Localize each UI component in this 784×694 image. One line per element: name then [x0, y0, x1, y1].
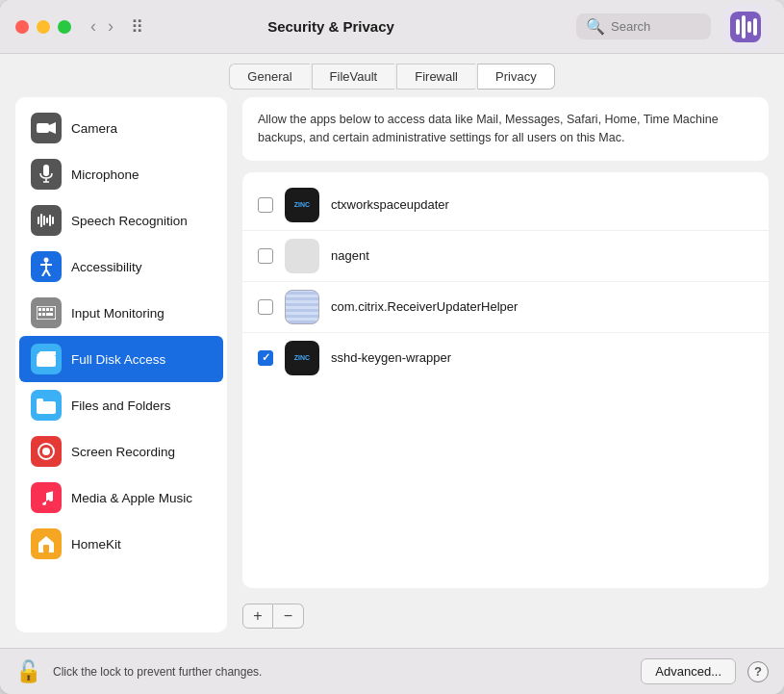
apps-box: ZINC ctxworkspaceupdater nagent com.citr… [242, 172, 769, 589]
traffic-lights [15, 20, 71, 34]
titlebar: ‹ › ⠿ Security & Privacy 🔍 [0, 0, 784, 54]
sidebar-item-music[interactable]: Media & Apple Music [19, 475, 223, 521]
homekit-icon [31, 528, 62, 559]
music-icon [31, 482, 62, 513]
app-checkbox-nagent[interactable] [258, 248, 273, 264]
sidebar-item-accessibility[interactable]: Accessibility [19, 244, 223, 290]
svg-marker-6 [49, 122, 56, 134]
svg-rect-4 [753, 18, 757, 36]
sidebar-item-input[interactable]: Input Monitoring [19, 290, 223, 336]
sidebar-label-speech: Speech Recognition [71, 214, 188, 228]
svg-rect-10 [38, 217, 39, 224]
app-row: ZINC sshd-keygen-wrapper [242, 333, 769, 383]
sidebar-label-camera: Camera [71, 121, 117, 136]
sidebar-item-camera[interactable]: Camera [19, 105, 223, 151]
svg-rect-7 [43, 165, 49, 176]
svg-point-16 [44, 258, 49, 263]
svg-line-19 [42, 270, 46, 276]
lock-icon[interactable]: 🔓 [15, 659, 41, 684]
description-text: Allow the apps below to access data like… [258, 113, 719, 144]
sidebar-item-microphone[interactable]: Microphone [19, 151, 223, 197]
description-box: Allow the apps below to access data like… [242, 97, 769, 161]
sidebar-label-music: Media & Apple Music [71, 491, 192, 505]
sidebar-label-input: Input Monitoring [71, 306, 164, 321]
svg-rect-3 [747, 21, 751, 33]
svg-rect-15 [52, 217, 54, 224]
search-input[interactable] [611, 19, 701, 34]
app-logo-ctx: ZINC [285, 188, 319, 222]
app-row: ZINC ctxworkspaceupdater [242, 180, 769, 231]
speech-icon [31, 205, 62, 236]
sidebar-label-screen: Screen Recording [71, 445, 175, 459]
camera-icon [31, 113, 62, 143]
svg-rect-26 [38, 313, 41, 316]
app-name-sshd: sshd-keygen-wrapper [331, 350, 451, 365]
accessibility-icon [31, 251, 62, 282]
sidebar-item-screen[interactable]: Screen Recording [19, 428, 223, 475]
tab-privacy[interactable]: Privacy [477, 64, 555, 90]
remove-button[interactable]: − [273, 604, 304, 629]
maximize-button[interactable] [58, 20, 71, 34]
sidebar-item-homekit[interactable]: HomeKit [19, 521, 223, 567]
svg-rect-29 [37, 355, 56, 367]
sidebar-label-homekit: HomeKit [71, 537, 121, 552]
sidebar-label-microphone: Microphone [71, 167, 139, 182]
input-monitoring-icon [31, 297, 62, 328]
advanced-button[interactable]: Advanced... [641, 658, 736, 684]
main-window: ‹ › ⠿ Security & Privacy 🔍 General FileV… [0, 0, 784, 694]
footer: 🔓 Click the lock to prevent further chan… [0, 648, 784, 694]
sidebar-item-files[interactable]: Files and Folders [19, 382, 223, 428]
sidebar-label-fulldisk: Full Disk Access [71, 352, 165, 367]
svg-rect-27 [42, 313, 45, 316]
svg-rect-23 [42, 308, 45, 311]
app-row: com.citrix.ReceiverUpdaterHelper [242, 282, 769, 333]
tab-general[interactable]: General [229, 64, 309, 90]
svg-marker-30 [37, 351, 56, 355]
actions-bar: + − [242, 600, 769, 632]
svg-rect-24 [46, 308, 49, 311]
help-button[interactable]: ? [747, 661, 769, 682]
app-checkbox-citrix[interactable] [258, 299, 273, 315]
add-button[interactable]: + [242, 604, 273, 629]
sidebar-label-files: Files and Folders [71, 398, 171, 413]
app-logo-sshd: ZINC [285, 341, 319, 375]
app-checkbox-ctx[interactable] [258, 197, 273, 213]
svg-rect-5 [37, 123, 49, 133]
svg-rect-2 [742, 15, 746, 39]
app-name-citrix: com.citrix.ReceiverUpdaterHelper [331, 299, 518, 314]
tab-firewall[interactable]: Firewall [396, 64, 475, 90]
tabs-bar: General FileVault Firewall Privacy [0, 54, 784, 97]
app-checkbox-sshd[interactable] [258, 350, 273, 366]
files-icon [31, 390, 62, 421]
svg-rect-1 [736, 19, 740, 35]
svg-point-35 [42, 448, 50, 455]
app-logo-nagent [285, 239, 319, 273]
sidebar-item-speech[interactable]: Speech Recognition [19, 197, 223, 244]
svg-rect-38 [43, 545, 49, 553]
sidebar-item-fulldisk[interactable]: Full Disk Access [19, 336, 223, 382]
search-bar[interactable]: 🔍 [576, 13, 711, 39]
search-icon: 🔍 [586, 17, 605, 36]
microphone-icon [31, 159, 62, 190]
app-name-nagent: nagent [331, 248, 369, 263]
svg-rect-13 [46, 218, 48, 223]
app-name-ctx: ctxworkspaceupdater [331, 197, 449, 212]
fulldisk-icon [31, 344, 62, 374]
window-title: Security & Privacy [97, 18, 565, 35]
svg-rect-12 [43, 216, 45, 225]
sidebar: Camera Microphone [15, 97, 227, 632]
screen-recording-icon [31, 436, 62, 467]
svg-rect-11 [40, 214, 42, 227]
main-content: Camera Microphone [0, 97, 784, 648]
footer-lock-text: Click the lock to prevent further change… [53, 665, 629, 679]
minimize-button[interactable] [37, 20, 50, 34]
svg-line-20 [46, 270, 50, 276]
svg-rect-33 [37, 398, 43, 403]
close-button[interactable] [15, 20, 29, 34]
svg-rect-28 [46, 313, 53, 316]
app-row: nagent [242, 231, 769, 282]
right-panel: Allow the apps below to access data like… [242, 97, 769, 632]
svg-rect-14 [49, 215, 51, 226]
svg-rect-22 [38, 308, 41, 311]
tab-filevault[interactable]: FileVault [312, 64, 395, 90]
